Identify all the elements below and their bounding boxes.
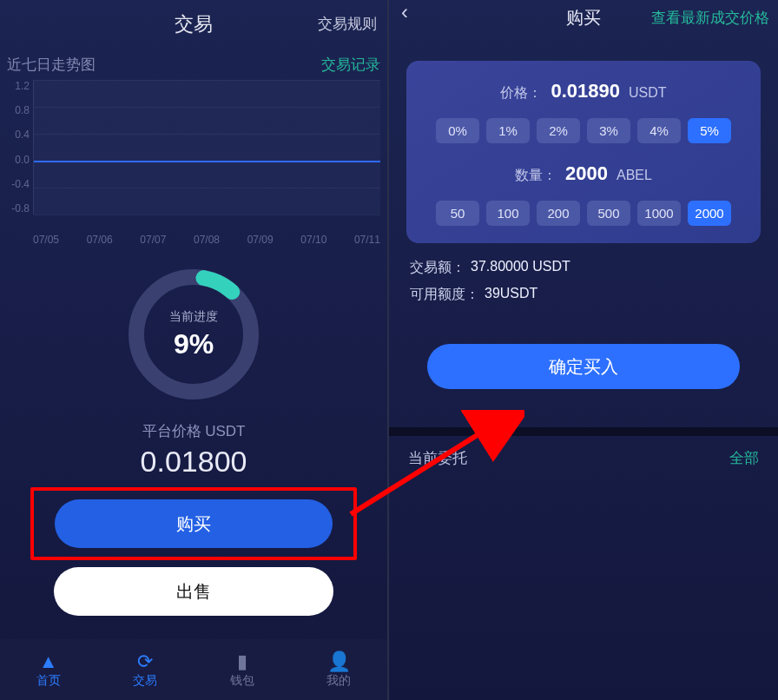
qty-pills: 50 100 200 500 1000 2000 — [419, 201, 748, 226]
pct-3[interactable]: 3% — [587, 118, 630, 143]
qty-1000[interactable]: 1000 — [637, 201, 681, 226]
x-tick: 07/07 — [140, 234, 166, 246]
progress-donut: 当前进度 9% — [124, 265, 263, 404]
buy-screen: ‹ 购买 查看最新成交价格 价格： 0.01890 USDT 0% 1% 2% … — [389, 0, 778, 700]
y-axis: 1.2 0.8 0.4 0.0 -0.4 -0.8 — [7, 80, 33, 215]
pct-5[interactable]: 5% — [688, 118, 731, 143]
orders-section: 当前委托 全部 — [389, 436, 778, 480]
qty-50[interactable]: 50 — [436, 201, 479, 226]
pct-2[interactable]: 2% — [537, 118, 580, 143]
y-tick: 0.8 — [7, 104, 30, 116]
price-label: 价格： — [500, 84, 542, 102]
x-tick: 07/10 — [300, 234, 326, 246]
available-line: 可用额度： 39USDT — [410, 286, 757, 304]
profile-icon: 👤 — [327, 650, 351, 673]
x-tick: 07/09 — [247, 234, 274, 246]
wallet-icon: ▮ — [237, 650, 247, 673]
price-value: 0.01890 — [551, 80, 620, 102]
trend-heading: 近七日走势图 — [7, 55, 96, 75]
chart-area — [33, 80, 380, 215]
all-link[interactable]: 全部 — [729, 448, 759, 468]
percent-pills: 0% 1% 2% 3% 4% 5% — [419, 118, 748, 143]
sell-button[interactable]: 出售 — [54, 567, 333, 616]
subheader: 近七日走势图 交易记录 — [0, 48, 387, 76]
qty-2000[interactable]: 2000 — [688, 201, 731, 226]
price-label: 平台价格 USDT — [0, 421, 387, 441]
header: ‹ 购买 查看最新成交价格 — [389, 0, 778, 35]
amount-value: 37.80000 USDT — [471, 259, 570, 277]
y-tick: -0.8 — [7, 202, 30, 215]
nav-label: 首页 — [36, 673, 61, 689]
home-icon: ▲ — [39, 650, 58, 673]
pct-4[interactable]: 4% — [637, 118, 681, 143]
progress-donut-wrap: 当前进度 9% — [0, 265, 387, 404]
x-tick: 07/08 — [194, 234, 220, 246]
qty-500[interactable]: 500 — [587, 201, 630, 226]
amount-line: 交易额： 37.80000 USDT — [410, 259, 757, 277]
x-tick: 07/06 — [87, 234, 113, 246]
bottom-nav: ▲ 首页 ⟳ 交易 ▮ 钱包 👤 我的 — [0, 639, 387, 700]
x-tick: 07/11 — [354, 234, 380, 246]
history-link[interactable]: 交易记录 — [321, 55, 380, 75]
x-tick: 07/05 — [33, 234, 59, 246]
trade-icon: ⟳ — [137, 650, 153, 673]
qty-row: 数量： 2000 ABEL — [419, 162, 748, 185]
nav-home[interactable]: ▲ 首页 — [0, 639, 97, 700]
nav-trade[interactable]: ⟳ 交易 — [97, 639, 194, 700]
order-card: 价格： 0.01890 USDT 0% 1% 2% 3% 4% 5% 数量： 2… — [406, 61, 761, 243]
chart-line — [34, 161, 380, 162]
price-value: 0.01800 — [0, 445, 387, 479]
pct-1[interactable]: 1% — [486, 118, 530, 143]
amount-label: 交易额： — [410, 259, 465, 277]
annotation-highlight: 购买 — [30, 487, 357, 560]
orders-label: 当前委托 — [408, 448, 467, 468]
latest-price-link[interactable]: 查看最新成交价格 — [651, 8, 769, 28]
available-label: 可用额度： — [410, 286, 479, 304]
page-title: 交易 — [175, 11, 213, 37]
available-value: 39USDT — [485, 286, 537, 304]
price-unit: USDT — [629, 85, 667, 101]
y-tick: -0.4 — [7, 178, 30, 190]
nav-profile[interactable]: 👤 我的 — [291, 639, 388, 700]
qty-100[interactable]: 100 — [486, 201, 530, 226]
header: 交易 交易规则 — [0, 0, 387, 48]
qty-label: 数量： — [515, 167, 557, 185]
qty-200[interactable]: 200 — [537, 201, 580, 226]
confirm-buy-button[interactable]: 确定买入 — [427, 344, 740, 389]
nav-wallet[interactable]: ▮ 钱包 — [194, 639, 291, 700]
y-tick: 1.2 — [7, 80, 30, 92]
nav-label: 我的 — [326, 673, 351, 689]
price-row: 价格： 0.01890 USDT — [419, 80, 748, 102]
qty-value: 2000 — [565, 162, 608, 185]
svg-point-1 — [128, 268, 260, 401]
trend-chart: 1.2 0.8 0.4 0.0 -0.4 -0.8 — [7, 80, 380, 232]
nav-label: 交易 — [133, 673, 157, 689]
qty-unit: ABEL — [616, 168, 652, 183]
y-tick: 0.0 — [7, 154, 30, 166]
nav-label: 钱包 — [230, 673, 254, 689]
buy-button[interactable]: 购买 — [55, 499, 333, 548]
back-icon[interactable]: ‹ — [401, 0, 408, 24]
pct-0[interactable]: 0% — [436, 118, 479, 143]
y-tick: 0.4 — [7, 129, 30, 141]
x-axis: 07/05 07/06 07/07 07/08 07/09 07/10 07/1… — [33, 234, 380, 246]
rules-link[interactable]: 交易规则 — [318, 14, 377, 34]
trade-screen: 交易 交易规则 近七日走势图 交易记录 1.2 0.8 0.4 0.0 -0.4… — [0, 0, 389, 700]
divider — [389, 427, 778, 436]
